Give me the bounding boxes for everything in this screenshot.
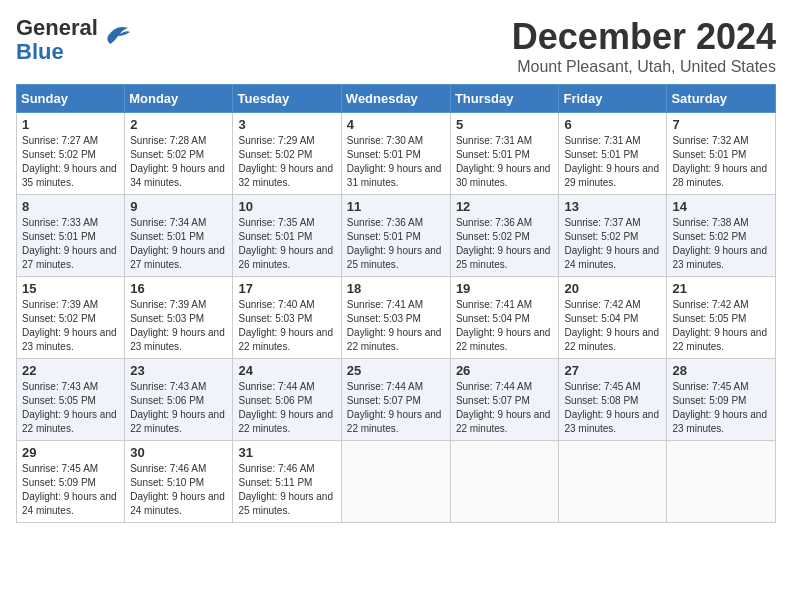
weekday-header-thursday: Thursday — [450, 85, 559, 113]
page-header: GeneralBlue December 2024 Mount Pleasant… — [16, 16, 776, 76]
calendar-table: SundayMondayTuesdayWednesdayThursdayFrid… — [16, 84, 776, 523]
day-number: 12 — [456, 199, 554, 214]
day-number: 30 — [130, 445, 227, 460]
day-number: 7 — [672, 117, 770, 132]
day-number: 31 — [238, 445, 335, 460]
calendar-cell: 17 Sunrise: 7:40 AMSunset: 5:03 PMDaylig… — [233, 277, 341, 359]
calendar-header-row: SundayMondayTuesdayWednesdayThursdayFrid… — [17, 85, 776, 113]
day-number: 28 — [672, 363, 770, 378]
calendar-cell: 28 Sunrise: 7:45 AMSunset: 5:09 PMDaylig… — [667, 359, 776, 441]
calendar-week-3: 15 Sunrise: 7:39 AMSunset: 5:02 PMDaylig… — [17, 277, 776, 359]
day-info: Sunrise: 7:31 AMSunset: 5:01 PMDaylight:… — [456, 135, 551, 188]
day-info: Sunrise: 7:41 AMSunset: 5:03 PMDaylight:… — [347, 299, 442, 352]
day-info: Sunrise: 7:36 AMSunset: 5:01 PMDaylight:… — [347, 217, 442, 270]
weekday-header-tuesday: Tuesday — [233, 85, 341, 113]
day-info: Sunrise: 7:38 AMSunset: 5:02 PMDaylight:… — [672, 217, 767, 270]
day-number: 25 — [347, 363, 445, 378]
weekday-header-friday: Friday — [559, 85, 667, 113]
day-number: 21 — [672, 281, 770, 296]
day-number: 11 — [347, 199, 445, 214]
day-number: 2 — [130, 117, 227, 132]
day-info: Sunrise: 7:35 AMSunset: 5:01 PMDaylight:… — [238, 217, 333, 270]
calendar-cell: 18 Sunrise: 7:41 AMSunset: 5:03 PMDaylig… — [341, 277, 450, 359]
day-number: 6 — [564, 117, 661, 132]
day-number: 15 — [22, 281, 119, 296]
calendar-cell: 4 Sunrise: 7:30 AMSunset: 5:01 PMDayligh… — [341, 113, 450, 195]
day-info: Sunrise: 7:40 AMSunset: 5:03 PMDaylight:… — [238, 299, 333, 352]
day-number: 9 — [130, 199, 227, 214]
day-number: 16 — [130, 281, 227, 296]
day-number: 4 — [347, 117, 445, 132]
day-number: 18 — [347, 281, 445, 296]
day-info: Sunrise: 7:46 AMSunset: 5:10 PMDaylight:… — [130, 463, 225, 516]
logo-text: GeneralBlue — [16, 16, 98, 64]
weekday-header-monday: Monday — [125, 85, 233, 113]
day-number: 19 — [456, 281, 554, 296]
calendar-cell: 25 Sunrise: 7:44 AMSunset: 5:07 PMDaylig… — [341, 359, 450, 441]
calendar-cell — [450, 441, 559, 523]
calendar-cell — [667, 441, 776, 523]
calendar-cell: 29 Sunrise: 7:45 AMSunset: 5:09 PMDaylig… — [17, 441, 125, 523]
calendar-cell: 26 Sunrise: 7:44 AMSunset: 5:07 PMDaylig… — [450, 359, 559, 441]
calendar-body: 1 Sunrise: 7:27 AMSunset: 5:02 PMDayligh… — [17, 113, 776, 523]
day-info: Sunrise: 7:46 AMSunset: 5:11 PMDaylight:… — [238, 463, 333, 516]
calendar-cell: 15 Sunrise: 7:39 AMSunset: 5:02 PMDaylig… — [17, 277, 125, 359]
day-info: Sunrise: 7:44 AMSunset: 5:06 PMDaylight:… — [238, 381, 333, 434]
logo-bird-icon — [100, 22, 132, 50]
day-info: Sunrise: 7:45 AMSunset: 5:09 PMDaylight:… — [672, 381, 767, 434]
weekday-header-sunday: Sunday — [17, 85, 125, 113]
day-number: 10 — [238, 199, 335, 214]
calendar-cell: 22 Sunrise: 7:43 AMSunset: 5:05 PMDaylig… — [17, 359, 125, 441]
day-info: Sunrise: 7:45 AMSunset: 5:09 PMDaylight:… — [22, 463, 117, 516]
calendar-cell: 8 Sunrise: 7:33 AMSunset: 5:01 PMDayligh… — [17, 195, 125, 277]
day-info: Sunrise: 7:27 AMSunset: 5:02 PMDaylight:… — [22, 135, 117, 188]
calendar-cell: 16 Sunrise: 7:39 AMSunset: 5:03 PMDaylig… — [125, 277, 233, 359]
calendar-week-1: 1 Sunrise: 7:27 AMSunset: 5:02 PMDayligh… — [17, 113, 776, 195]
calendar-cell: 27 Sunrise: 7:45 AMSunset: 5:08 PMDaylig… — [559, 359, 667, 441]
calendar-cell: 3 Sunrise: 7:29 AMSunset: 5:02 PMDayligh… — [233, 113, 341, 195]
day-number: 1 — [22, 117, 119, 132]
calendar-cell: 20 Sunrise: 7:42 AMSunset: 5:04 PMDaylig… — [559, 277, 667, 359]
day-number: 8 — [22, 199, 119, 214]
day-number: 23 — [130, 363, 227, 378]
day-number: 17 — [238, 281, 335, 296]
day-info: Sunrise: 7:31 AMSunset: 5:01 PMDaylight:… — [564, 135, 659, 188]
day-info: Sunrise: 7:34 AMSunset: 5:01 PMDaylight:… — [130, 217, 225, 270]
day-info: Sunrise: 7:42 AMSunset: 5:04 PMDaylight:… — [564, 299, 659, 352]
calendar-cell: 7 Sunrise: 7:32 AMSunset: 5:01 PMDayligh… — [667, 113, 776, 195]
day-number: 3 — [238, 117, 335, 132]
day-info: Sunrise: 7:43 AMSunset: 5:05 PMDaylight:… — [22, 381, 117, 434]
day-number: 29 — [22, 445, 119, 460]
day-number: 13 — [564, 199, 661, 214]
day-info: Sunrise: 7:37 AMSunset: 5:02 PMDaylight:… — [564, 217, 659, 270]
calendar-cell: 5 Sunrise: 7:31 AMSunset: 5:01 PMDayligh… — [450, 113, 559, 195]
calendar-cell: 9 Sunrise: 7:34 AMSunset: 5:01 PMDayligh… — [125, 195, 233, 277]
calendar-cell: 14 Sunrise: 7:38 AMSunset: 5:02 PMDaylig… — [667, 195, 776, 277]
calendar-cell: 30 Sunrise: 7:46 AMSunset: 5:10 PMDaylig… — [125, 441, 233, 523]
day-info: Sunrise: 7:39 AMSunset: 5:03 PMDaylight:… — [130, 299, 225, 352]
weekday-header-wednesday: Wednesday — [341, 85, 450, 113]
calendar-cell: 6 Sunrise: 7:31 AMSunset: 5:01 PMDayligh… — [559, 113, 667, 195]
main-title: December 2024 — [512, 16, 776, 58]
day-info: Sunrise: 7:44 AMSunset: 5:07 PMDaylight:… — [456, 381, 551, 434]
day-number: 27 — [564, 363, 661, 378]
calendar-cell: 12 Sunrise: 7:36 AMSunset: 5:02 PMDaylig… — [450, 195, 559, 277]
calendar-cell: 21 Sunrise: 7:42 AMSunset: 5:05 PMDaylig… — [667, 277, 776, 359]
calendar-cell — [559, 441, 667, 523]
day-info: Sunrise: 7:43 AMSunset: 5:06 PMDaylight:… — [130, 381, 225, 434]
day-info: Sunrise: 7:29 AMSunset: 5:02 PMDaylight:… — [238, 135, 333, 188]
calendar-week-4: 22 Sunrise: 7:43 AMSunset: 5:05 PMDaylig… — [17, 359, 776, 441]
calendar-cell: 13 Sunrise: 7:37 AMSunset: 5:02 PMDaylig… — [559, 195, 667, 277]
logo: GeneralBlue — [16, 16, 132, 64]
day-info: Sunrise: 7:32 AMSunset: 5:01 PMDaylight:… — [672, 135, 767, 188]
weekday-header-saturday: Saturday — [667, 85, 776, 113]
day-info: Sunrise: 7:36 AMSunset: 5:02 PMDaylight:… — [456, 217, 551, 270]
subtitle: Mount Pleasant, Utah, United States — [512, 58, 776, 76]
day-number: 20 — [564, 281, 661, 296]
calendar-cell — [341, 441, 450, 523]
calendar-cell: 10 Sunrise: 7:35 AMSunset: 5:01 PMDaylig… — [233, 195, 341, 277]
calendar-cell: 24 Sunrise: 7:44 AMSunset: 5:06 PMDaylig… — [233, 359, 341, 441]
calendar-cell: 2 Sunrise: 7:28 AMSunset: 5:02 PMDayligh… — [125, 113, 233, 195]
calendar-cell: 31 Sunrise: 7:46 AMSunset: 5:11 PMDaylig… — [233, 441, 341, 523]
calendar-week-2: 8 Sunrise: 7:33 AMSunset: 5:01 PMDayligh… — [17, 195, 776, 277]
